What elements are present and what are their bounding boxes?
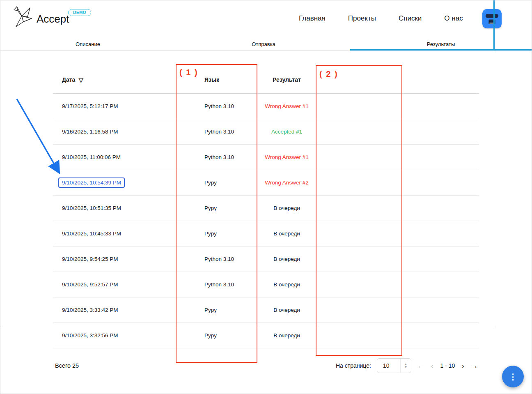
nav-item-about[interactable]: О нас — [444, 14, 463, 23]
submission-date-link[interactable]: 9/10/2025, 3:33:42 PM — [62, 307, 118, 313]
frame-border-right — [494, 50, 494, 328]
nav-item-lists[interactable]: Списки — [399, 14, 422, 23]
table-row[interactable]: 9/10/2025, 9:54:25 PM Python 3.10 В очер… — [53, 247, 479, 272]
next-page-icon[interactable]: › — [461, 362, 464, 370]
submission-date-link[interactable]: 9/16/2025, 1:16:58 PM — [62, 129, 118, 135]
nav-item-home[interactable]: Главная — [299, 14, 326, 23]
table-row[interactable]: 9/16/2025, 1:16:58 PM Python 3.10 Accept… — [53, 119, 479, 145]
kebab-icon: ⋮ — [509, 372, 517, 382]
more-actions-fab[interactable]: ⋮ — [502, 366, 524, 387]
pagination-bar: На странице: 10 ▲ ▼ ← ‹ 1 - 10 › → — [336, 358, 478, 373]
table-row[interactable]: 9/10/2025, 10:54:39 PM Pypy Wrong Answer… — [53, 170, 479, 196]
submission-language: Pypy — [176, 180, 258, 186]
submission-language: Python 3.10 — [176, 154, 258, 160]
tab-results[interactable]: Результаты — [427, 41, 455, 47]
submission-date-link[interactable]: 9/17/2025, 5:12:17 PM — [62, 103, 118, 109]
table-row[interactable]: 9/10/2025, 3:33:42 PM Pypy В очереди — [53, 297, 479, 323]
table-row[interactable]: 9/10/2025, 10:45:33 PM Pypy В очереди — [53, 221, 479, 247]
submission-date-link[interactable]: 9/10/2025, 10:45:33 PM — [62, 230, 121, 237]
frame-border-bottom — [0, 328, 494, 328]
submission-result: Accepted #1 — [258, 129, 316, 135]
tab-submission[interactable]: Отправка — [252, 41, 275, 47]
stepper-down-icon: ▼ — [404, 366, 407, 369]
annotation-label-2: ( 2 ) — [319, 69, 338, 79]
table-row[interactable]: 9/10/2025, 11:00:06 PM Python 3.10 Wrong… — [53, 145, 479, 170]
submission-result: В очереди — [258, 205, 316, 211]
submission-result: В очереди — [258, 256, 316, 262]
total-count: Всего 25 — [55, 362, 79, 369]
column-header-language: Язык — [176, 76, 258, 83]
submission-result: Wrong Answer #1 — [258, 154, 316, 160]
submission-result: В очереди — [258, 230, 316, 237]
table-row[interactable]: 9/17/2025, 5:12:17 PM Python 3.10 Wrong … — [53, 94, 479, 119]
submission-language: Python 3.10 — [176, 103, 258, 109]
user-avatar-button[interactable] — [482, 9, 502, 28]
submission-result: Wrong Answer #1 — [258, 103, 316, 109]
frame-border-right-accent — [493, 0, 495, 50]
nav-item-projects[interactable]: Проекты — [348, 14, 376, 23]
submission-date-link[interactable]: 9/10/2025, 10:54:39 PM — [58, 177, 125, 188]
brand-logo-icon — [12, 5, 33, 28]
tab-description[interactable]: Описание — [76, 41, 100, 47]
last-page-icon[interactable]: → — [470, 362, 478, 370]
first-page-icon[interactable]: ← — [417, 362, 425, 370]
submission-language: Pypy — [176, 205, 258, 211]
table-row[interactable]: 9/10/2025, 10:51:35 PM Pypy В очереди — [53, 196, 479, 221]
active-tab-underline — [350, 49, 532, 51]
submission-result: В очереди — [258, 332, 316, 339]
submission-language: Pypy — [176, 307, 258, 313]
per-page-value: 10 — [377, 362, 400, 369]
submission-date-link[interactable]: 9/10/2025, 3:32:56 PM — [62, 332, 118, 339]
brand-name: Accept — [37, 13, 69, 25]
submission-date-link[interactable]: 9/10/2025, 11:00:06 PM — [62, 154, 121, 160]
submission-date-link[interactable]: 9/10/2025, 9:52:57 PM — [62, 281, 118, 288]
per-page-select[interactable]: 10 ▲ ▼ — [377, 358, 411, 373]
submission-language: Pypy — [176, 230, 258, 237]
avatar-image — [482, 9, 502, 28]
submission-date-link[interactable]: 9/10/2025, 9:54:25 PM — [62, 256, 118, 262]
submission-language: Python 3.10 — [176, 281, 258, 288]
submission-result: В очереди — [258, 307, 316, 313]
submissions-table: Дата ▽ Язык Результат 9/17/2025, 5:12:17… — [53, 66, 479, 348]
per-page-label: На странице: — [336, 362, 371, 369]
column-header-date: Дата — [62, 76, 75, 83]
table-row[interactable]: 9/10/2025, 9:52:57 PM Python 3.10 В очер… — [53, 272, 479, 297]
submission-language: Pypy — [176, 332, 258, 339]
prev-page-icon[interactable]: ‹ — [431, 362, 434, 370]
table-header-row: Дата ▽ Язык Результат — [53, 66, 479, 94]
column-header-result: Результат — [258, 76, 316, 83]
submission-language: Python 3.10 — [176, 256, 258, 262]
page-range: 1 - 10 — [440, 362, 455, 369]
submission-result: В очереди — [258, 281, 316, 288]
submission-language: Python 3.10 — [176, 129, 258, 135]
submission-result: Wrong Answer #2 — [258, 180, 316, 186]
select-stepper[interactable]: ▲ ▼ — [400, 359, 411, 373]
submission-date-link[interactable]: 9/10/2025, 10:51:35 PM — [62, 205, 121, 211]
app-window: Accept DEMO Главная Проекты Списки О нас… — [0, 0, 532, 394]
filter-icon[interactable]: ▽ — [78, 76, 83, 84]
annotation-label-1: ( 1 ) — [179, 68, 198, 77]
main-nav: Главная Проекты Списки О нас — [299, 14, 463, 23]
demo-badge: DEMO — [68, 9, 91, 16]
table-row[interactable]: 9/10/2025, 3:32:56 PM Pypy В очереди — [53, 323, 479, 348]
